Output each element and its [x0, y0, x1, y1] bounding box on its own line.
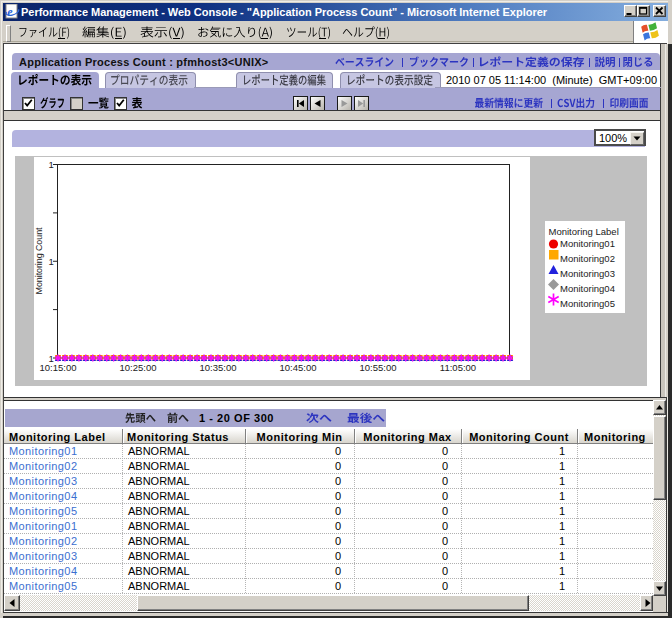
- svg-text:10:35:00: 10:35:00: [200, 362, 237, 373]
- svg-text:Monitoring04: Monitoring04: [560, 283, 615, 294]
- svg-text:e: e: [7, 5, 13, 19]
- svg-text:10:15:00: 10:15:00: [40, 362, 77, 373]
- svg-text:Monitoring03: Monitoring03: [560, 268, 615, 279]
- svg-text:Monitoring Label: Monitoring Label: [549, 226, 619, 237]
- svg-text:1: 1: [49, 256, 54, 267]
- svg-text:Monitoring02: Monitoring02: [560, 253, 615, 264]
- svg-text:10:55:00: 10:55:00: [360, 362, 397, 373]
- svg-text:Monitoring05: Monitoring05: [560, 298, 615, 309]
- svg-text:1: 1: [49, 159, 54, 170]
- svg-text:11:05:00: 11:05:00: [440, 362, 476, 373]
- svg-text:10:25:00: 10:25:00: [120, 362, 157, 373]
- svg-text:10:45:00: 10:45:00: [280, 362, 317, 373]
- svg-text:Monitoring Count: Monitoring Count: [34, 227, 44, 295]
- svg-text:Monitoring01: Monitoring01: [560, 238, 615, 249]
